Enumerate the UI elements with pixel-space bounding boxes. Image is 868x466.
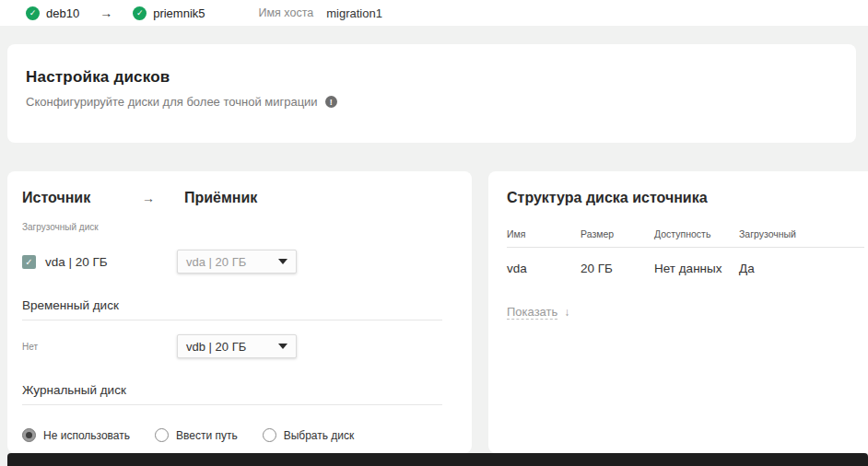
info-icon[interactable]	[325, 96, 337, 108]
temp-source-value: Нет	[22, 342, 38, 352]
radio-label: Ввести путь	[176, 429, 238, 442]
cell-disk-bootable: Да	[739, 262, 864, 277]
hostname-value: migration1	[326, 6, 382, 20]
target-host-name: priemnik5	[153, 6, 205, 20]
boot-target-disk-select[interactable]: vda | 20 ГБ	[177, 250, 297, 274]
boot-disk-section-label: Загрузочный диск	[22, 222, 457, 232]
structure-card-title: Структура диска источника	[507, 190, 866, 206]
column-header-size: Размер	[581, 228, 654, 240]
table-row: vda 20 ГБ Нет данных Да	[507, 248, 864, 277]
radio-option-choose-disk[interactable]: Выбрать диск	[263, 428, 355, 442]
radio-icon	[155, 428, 169, 442]
bottom-panel-edge	[7, 453, 868, 466]
target-column-title: Приёмник	[184, 190, 257, 206]
table-header-row: Имя Размер Доступность Загрузочный	[507, 228, 864, 248]
source-host-name: deb10	[46, 6, 79, 20]
hostname-label: Имя хоста	[259, 6, 314, 19]
radio-label: Выбрать диск	[284, 429, 355, 442]
temp-target-disk-value: vdb | 20 ГБ	[186, 340, 246, 354]
radio-option-enter-path[interactable]: Ввести путь	[155, 428, 238, 442]
source-status-check-icon	[26, 6, 40, 20]
temp-disk-section-heading: Временный диск	[22, 298, 442, 320]
boot-source-disk-name: vda | 20 ГБ	[45, 255, 108, 269]
disks-settings-header-card: Настройка дисков Сконфигурируйте диски д…	[7, 44, 856, 143]
temp-target-disk-select[interactable]: vdb | 20 ГБ	[177, 334, 297, 358]
show-more-link[interactable]: Показать	[507, 305, 557, 320]
temp-disk-row: Нет vdb | 20 ГБ	[22, 334, 457, 358]
cell-disk-availability: Нет данных	[654, 262, 739, 277]
disk-structure-table: Имя Размер Доступность Загрузочный vda 2…	[507, 228, 864, 277]
mapping-arrow-icon: →	[142, 191, 184, 205]
radio-icon	[22, 428, 36, 442]
column-header-availability: Доступность	[654, 228, 739, 240]
chevron-down-icon	[278, 344, 287, 349]
radio-option-do-not-use[interactable]: Не использовать	[22, 428, 130, 442]
page-subtitle: Сконфигурируйте диски для более точной м…	[26, 95, 318, 109]
migration-topbar: deb10 → priemnik5 Имя хоста migration1	[0, 0, 868, 26]
page-title: Настройка дисков	[26, 68, 838, 87]
boot-disk-checkbox[interactable]	[22, 255, 36, 269]
journal-disk-section-heading: Журнальный диск	[22, 383, 442, 405]
chevron-down-icon	[278, 259, 287, 264]
boot-target-disk-value: vda | 20 ГБ	[186, 255, 246, 269]
journal-disk-options: Не использовать Ввести путь Выбрать диск	[22, 428, 457, 442]
radio-icon	[263, 428, 276, 442]
target-status-check-icon	[133, 6, 147, 20]
source-column-title: Источник	[22, 190, 142, 206]
radio-label: Не использовать	[43, 429, 130, 442]
column-header-bootable: Загрузочный	[739, 228, 864, 240]
arrow-down-icon: ↓	[564, 306, 569, 319]
disk-mapping-card: Источник → Приёмник Загрузочный диск vda…	[7, 171, 472, 453]
source-disk-structure-card: Структура диска источника Имя Размер Дос…	[488, 171, 868, 453]
cell-disk-name: vda	[507, 262, 581, 277]
boot-disk-row: vda | 20 ГБ vda | 20 ГБ	[22, 250, 457, 274]
cell-disk-size: 20 ГБ	[581, 262, 654, 277]
migration-direction-arrow-icon: →	[100, 6, 112, 20]
column-header-name: Имя	[507, 228, 581, 240]
